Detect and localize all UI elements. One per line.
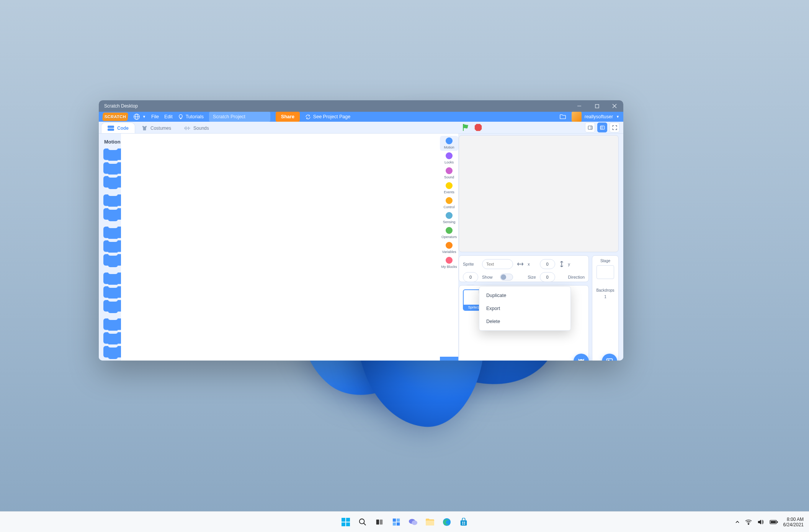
sprite-size-input[interactable] bbox=[540, 272, 555, 282]
category-my-blocks[interactable]: My Blocks bbox=[440, 255, 458, 270]
stage-canvas[interactable] bbox=[459, 135, 619, 252]
category-looks[interactable]: Looks bbox=[440, 151, 458, 166]
search-icon[interactable] bbox=[358, 517, 368, 527]
sprite-y-input[interactable] bbox=[463, 272, 478, 282]
stage-small-button[interactable] bbox=[585, 122, 595, 132]
battery-icon[interactable] bbox=[770, 520, 778, 524]
sprite-info-panel: Sprite x y Show Size Direction bbox=[459, 255, 589, 282]
motion-block[interactable] bbox=[103, 254, 121, 266]
motion-block[interactable] bbox=[103, 332, 121, 344]
tray-clock[interactable]: 8:00 AM 6/24/2021 bbox=[783, 517, 804, 527]
tab-sounds[interactable]: Sounds bbox=[178, 122, 216, 133]
context-duplicate[interactable]: Duplicate bbox=[479, 289, 570, 302]
folder-icon bbox=[559, 113, 566, 120]
widgets-icon[interactable] bbox=[391, 517, 401, 527]
motion-block[interactable] bbox=[103, 149, 121, 160]
category-sensing[interactable]: Sensing bbox=[440, 211, 458, 225]
scratch-logo[interactable]: SCRATCH bbox=[102, 113, 128, 121]
svg-rect-45 bbox=[462, 523, 463, 524]
svg-rect-16 bbox=[590, 126, 592, 129]
block-palette[interactable]: Motion bbox=[99, 134, 121, 361]
motion-block[interactable] bbox=[103, 194, 121, 206]
system-tray: 8:00 AM 6/24/2021 bbox=[735, 517, 804, 527]
direction-label: Direction bbox=[568, 275, 585, 279]
svg-rect-26 bbox=[342, 518, 345, 522]
motion-block[interactable] bbox=[103, 346, 121, 357]
svg-point-25 bbox=[608, 360, 609, 361]
svg-rect-44 bbox=[464, 522, 465, 523]
wifi-icon[interactable] bbox=[745, 519, 752, 525]
svg-rect-1 bbox=[595, 104, 599, 108]
green-flag-icon[interactable] bbox=[461, 123, 470, 132]
sounds-icon bbox=[184, 126, 190, 131]
category-variables[interactable]: Variables bbox=[440, 240, 458, 255]
stage-controls bbox=[459, 122, 623, 133]
svg-rect-18 bbox=[600, 126, 603, 129]
context-export[interactable]: Export bbox=[479, 302, 570, 315]
motion-block[interactable] bbox=[103, 162, 121, 174]
stage-large-button[interactable] bbox=[597, 122, 607, 132]
language-menu[interactable]: ▼ bbox=[133, 113, 146, 120]
stage-title: Stage bbox=[600, 259, 610, 263]
chat-icon[interactable] bbox=[408, 517, 418, 527]
y-arrows-icon bbox=[559, 261, 564, 268]
sprite-name-input[interactable] bbox=[482, 259, 513, 269]
store-icon[interactable] bbox=[459, 517, 469, 527]
motion-block[interactable] bbox=[103, 318, 121, 330]
category-events[interactable]: Events bbox=[440, 181, 458, 196]
project-title-input[interactable] bbox=[209, 112, 270, 122]
share-button[interactable]: Share bbox=[276, 112, 300, 122]
window-minimize-button[interactable] bbox=[570, 100, 588, 112]
stage-thumbnail[interactable] bbox=[597, 265, 614, 279]
editor-tabs: Code Costumes Sounds bbox=[99, 122, 459, 133]
fullscreen-button[interactable] bbox=[610, 122, 619, 132]
motion-block[interactable] bbox=[103, 240, 121, 252]
motion-block[interactable] bbox=[103, 273, 121, 284]
svg-point-30 bbox=[359, 519, 364, 524]
tutorials-button[interactable]: Tutorials bbox=[178, 114, 204, 119]
start-button[interactable] bbox=[341, 517, 351, 527]
motion-block[interactable] bbox=[103, 208, 121, 220]
motion-block[interactable] bbox=[103, 300, 121, 312]
palette-heading: Motion bbox=[104, 139, 121, 145]
file-menu[interactable]: File bbox=[151, 114, 159, 119]
svg-point-39 bbox=[412, 520, 417, 525]
svg-rect-27 bbox=[346, 518, 350, 522]
stage-sidebar: Stage Backdrops 1 bbox=[592, 255, 619, 361]
category-sound[interactable]: Sound bbox=[440, 166, 458, 181]
right-panel: Sprite x y Show Size Direction Stage bbox=[459, 133, 623, 361]
add-extension-button[interactable] bbox=[440, 357, 458, 361]
stop-icon[interactable] bbox=[474, 123, 482, 132]
sprite-x-input[interactable] bbox=[540, 259, 555, 269]
show-toggle[interactable] bbox=[500, 274, 513, 281]
titlebar[interactable]: Scratch Desktop bbox=[99, 100, 623, 112]
tray-chevron-icon[interactable] bbox=[735, 520, 740, 524]
motion-block[interactable] bbox=[103, 286, 121, 298]
image-icon bbox=[606, 357, 613, 361]
window-close-button[interactable] bbox=[606, 100, 623, 112]
backdrops-count: 1 bbox=[604, 295, 606, 299]
edge-icon[interactable] bbox=[442, 517, 452, 527]
svg-rect-28 bbox=[342, 522, 345, 526]
window-maximize-button[interactable] bbox=[588, 100, 606, 112]
refresh-icon bbox=[305, 114, 311, 120]
tab-code[interactable]: Code bbox=[101, 122, 135, 133]
explorer-icon[interactable] bbox=[425, 517, 435, 527]
category-operators[interactable]: Operators bbox=[440, 225, 458, 240]
category-motion[interactable]: Motion bbox=[440, 136, 458, 151]
account-menu[interactable]: reallysoftuser ▼ bbox=[572, 112, 619, 122]
volume-icon[interactable] bbox=[757, 519, 764, 525]
folder-button[interactable] bbox=[559, 113, 566, 120]
see-project-page-button[interactable]: See Project Page bbox=[305, 114, 350, 120]
motion-block[interactable] bbox=[103, 227, 121, 238]
context-delete[interactable]: Delete bbox=[479, 315, 570, 328]
sprite-list: Sprite1 Duplicate Export Delete bbox=[459, 285, 589, 361]
motion-block[interactable] bbox=[103, 176, 121, 188]
edit-menu[interactable]: Edit bbox=[164, 114, 173, 119]
window-title: Scratch Desktop bbox=[104, 103, 138, 109]
tab-costumes[interactable]: Costumes bbox=[135, 122, 178, 133]
sprite-context-menu: Duplicate Export Delete bbox=[479, 286, 571, 331]
sprite-label: Sprite bbox=[463, 262, 474, 266]
category-control[interactable]: Control bbox=[440, 196, 458, 211]
task-view-icon[interactable] bbox=[374, 517, 384, 527]
